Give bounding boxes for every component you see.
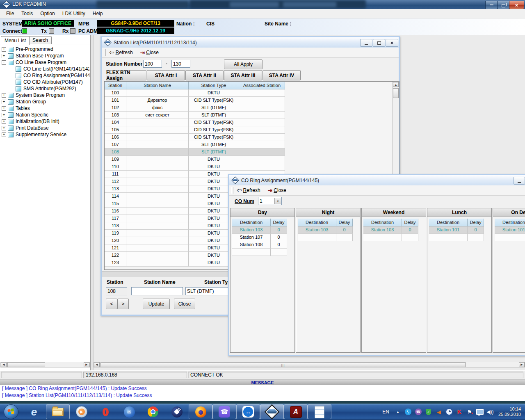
sta-attr-4-button[interactable]: STA Attr IV [262,70,301,80]
volume-tray-icon[interactable]: ◀)) [486,408,494,415]
tree-item[interactable]: +Print DataBase [1,125,89,131]
ring-table-row[interactable]: Station 1010 [429,226,484,234]
show-hidden-icons[interactable]: ▲ [394,408,402,415]
refresh-button[interactable]: ⇦Refresh [237,187,260,193]
taskbar-item-firefox[interactable] [189,404,212,419]
station-to-input[interactable]: 130 [171,60,190,68]
co-num-select[interactable]: 1 ▼ [258,197,282,205]
scrollbar-thumb[interactable] [393,88,399,98]
form-name-input[interactable] [131,287,183,295]
expand-icon[interactable]: + [2,126,6,130]
tree-item[interactable]: +Initialization(DB Init) [1,118,89,125]
menu-file[interactable]: File [2,9,18,18]
tree-item[interactable]: CO Ring Assignment(PGM144/145) [1,72,89,79]
refresh-button[interactable]: ⇦Refresh [109,50,133,55]
taskbar-item-viber[interactable]: ☎ [212,404,236,419]
action-center-flag-icon[interactable]: ⚑× [466,408,473,415]
bolt-tray-icon[interactable]: ϟ [404,408,412,415]
expand-icon[interactable]: + [2,132,6,137]
close-button[interactable]: ⇥Close [140,50,159,55]
expand-icon[interactable]: + [2,119,6,124]
ring-table-row[interactable]: Station 1080 [232,241,287,249]
table-row[interactable]: 102факсSLT (DTMF) [105,104,399,112]
update-button[interactable]: Update [143,299,170,309]
tree-item[interactable]: +System Base Program [1,92,89,98]
clock-tray-icon[interactable] [445,408,453,415]
menu-tools[interactable]: Tools [18,9,37,18]
sidebar-hscrollbar[interactable]: ◀ ▶ [0,362,90,368]
scroll-up-icon[interactable]: ▲ [393,82,399,87]
form-close-button[interactable]: Close [174,299,195,309]
expand-icon[interactable]: + [2,54,6,58]
scroll-right-icon[interactable]: ▶ [519,362,525,367]
sta-attr-1-button[interactable]: STA Attr I [147,70,185,80]
form-type-select[interactable]: SLT (DTMF) [185,287,234,295]
window-minimize-button[interactable] [485,1,498,9]
ring-table-row[interactable]: Station 1070 [232,234,287,241]
table-row[interactable]: 110DKTU [105,163,399,171]
next-station-button[interactable]: > [117,299,129,309]
tree-item[interactable]: -CO Line Base Program [1,59,89,66]
window-close-button[interactable]: × [509,1,524,9]
prev-station-button[interactable]: < [106,299,117,309]
viber-tray-icon[interactable]: ☎ [415,408,422,415]
all-apply-button[interactable]: All Apply [224,59,262,69]
network-tray-icon[interactable] [476,408,484,415]
table-row[interactable]: 109DKTU [105,156,399,163]
expand-icon[interactable]: + [2,100,6,104]
expand-icon[interactable]: + [2,47,6,52]
station-from-input[interactable]: 100 [143,60,162,68]
ring-table-row[interactable]: Station 1030 [363,226,418,234]
shield-tray-icon[interactable]: ✓ [425,408,432,415]
station-list-restore-button[interactable] [373,39,385,47]
menu-option[interactable]: Option [37,9,58,18]
start-button[interactable] [0,404,22,419]
table-row[interactable]: 107SLT (DTMF) [105,141,399,148]
station-list-close-button[interactable]: × [386,39,398,47]
taskbar-item-media-player[interactable]: ▶ [70,404,94,419]
tree-item[interactable]: +Station Base Program [1,52,89,59]
collapse-icon[interactable]: - [2,60,6,65]
language-indicator[interactable]: EN [382,409,389,415]
mdi-hscrollbar[interactable]: ◀ ||| ▶ [94,362,525,368]
taskbar-item-opera[interactable] [94,404,117,419]
table-row[interactable]: 103сист секретSLT (DTMF) [105,112,399,119]
scrollbar-thumb[interactable] [7,362,45,367]
chevron-down-icon[interactable]: ▼ [274,198,281,204]
tree-item[interactable]: +Station Group [1,98,89,105]
taskbar-item-internet-explorer[interactable]: e [22,404,46,419]
taskbar-item-acrobat[interactable]: A [284,404,308,419]
table-row[interactable]: 106CID SLT Type(FSK) [105,134,399,141]
flex-btn-assign-button[interactable]: FLEX BTN Assign [106,70,146,80]
tree-item[interactable]: CO Line List(PGM140/141/142) [1,66,89,72]
station-list-minimize-button[interactable] [360,39,372,47]
table-row[interactable]: 100DKTU [105,89,399,97]
table-row[interactable]: 104CID SLT Type(FSK) [105,119,399,126]
tree-item[interactable]: +Tables [1,105,89,112]
horn-tray-icon[interactable]: ◀ [435,408,443,415]
expand-icon[interactable]: + [2,113,6,117]
menu-ldk-utility[interactable]: LDK Utility [59,9,89,18]
panel-splitter[interactable] [91,35,94,370]
scrollbar-thumb[interactable]: ||| [100,362,466,367]
scroll-right-icon[interactable]: ▶ [84,362,89,367]
kaspersky-tray-icon[interactable]: K [456,408,463,415]
ring-table-row[interactable]: Station 1030 [298,226,353,234]
tree-item[interactable]: +Pre-Programmed [1,46,89,52]
tab-search[interactable]: Search [29,36,52,44]
taskbar-item-thunderbird[interactable]: ✉ [117,404,141,419]
table-row[interactable]: 105CID SLT Type(FSK) [105,126,399,134]
tree-item[interactable]: SMS Attribute(PGM292) [1,85,89,92]
tree-item[interactable]: CO CID Attribute(PGM147) [1,79,89,85]
tree-item[interactable]: +Supplementary Service [1,131,89,138]
menu-help[interactable]: Help [89,9,107,18]
expand-icon[interactable]: + [2,106,6,111]
ring-table-row[interactable]: Station 1010 [495,226,525,234]
table-row[interactable]: 108SLT (DTMF) [105,148,399,156]
taskbar-item-notepad[interactable] [308,404,331,419]
taskbar-item-ldk-pcadmin[interactable] [260,404,284,419]
sta-attr-3-button[interactable]: STA Attr III [224,70,262,80]
expand-icon[interactable]: + [2,93,6,98]
taskbar-item-teamviewer[interactable]: ↔ [236,404,260,419]
taskbar-clock[interactable]: 10:14 25.09.2018 [498,406,521,417]
